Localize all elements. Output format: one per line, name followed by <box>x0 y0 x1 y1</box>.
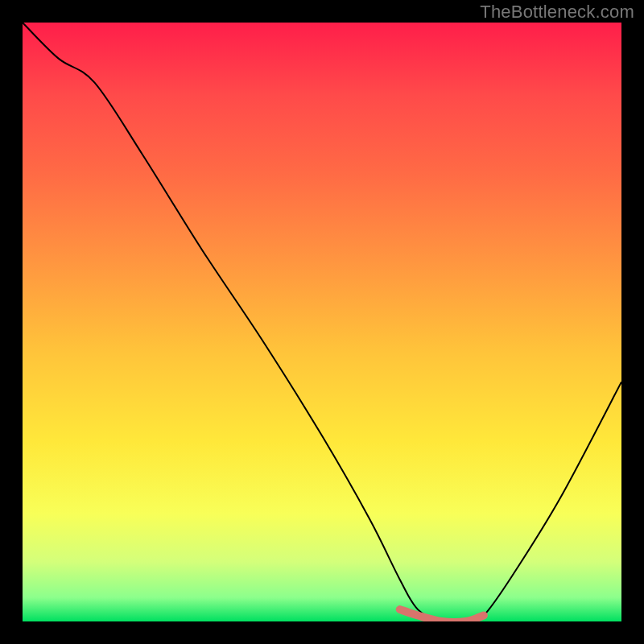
chart-frame: TheBottleneck.com <box>0 0 644 644</box>
bottleneck-curve <box>23 23 621 621</box>
optimal-range-highlight <box>400 609 484 621</box>
chart-svg <box>23 23 621 621</box>
plot-area <box>23 23 621 621</box>
watermark-text: TheBottleneck.com <box>480 2 634 23</box>
